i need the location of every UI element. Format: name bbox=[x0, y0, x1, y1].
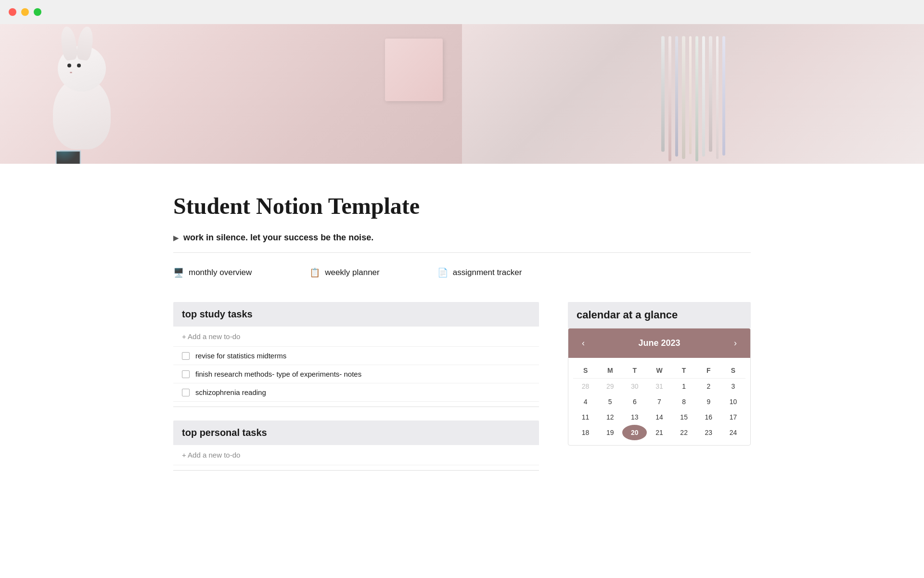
personal-tasks-header: top personal tasks bbox=[173, 420, 539, 445]
cal-day-28-prev[interactable]: 28 bbox=[573, 379, 598, 394]
cal-day-29-prev[interactable]: 29 bbox=[598, 379, 622, 394]
nav-links: 🖥️ monthly overview 📋 weekly planner 📄 a… bbox=[173, 267, 751, 278]
calendar-section-title: calendar at a glance bbox=[568, 302, 751, 328]
cal-day-30-prev[interactable]: 30 bbox=[622, 379, 647, 394]
calendar-nav-icon: 📋 bbox=[309, 267, 320, 278]
toggle-quote[interactable]: ▶ work in silence. let your success be t… bbox=[173, 233, 751, 243]
cal-day-16[interactable]: 16 bbox=[696, 409, 721, 425]
day-w: W bbox=[647, 367, 671, 374]
cal-day-1[interactable]: 1 bbox=[672, 379, 696, 394]
divider bbox=[173, 252, 751, 253]
toggle-arrow: ▶ bbox=[173, 234, 179, 242]
nav-assignment-tracker[interactable]: 📄 assignment tracker bbox=[437, 267, 580, 278]
page-title: Student Notion Template bbox=[173, 193, 751, 219]
cal-day-24[interactable]: 24 bbox=[721, 425, 745, 440]
hero-banner: 🖥️ bbox=[0, 24, 924, 164]
cal-day-20[interactable]: 20 bbox=[622, 425, 647, 440]
two-column-layout: top study tasks + Add a new to-do revise… bbox=[173, 302, 751, 484]
cal-day-31-prev[interactable]: 31 bbox=[647, 379, 671, 394]
close-dot[interactable] bbox=[9, 8, 16, 16]
calendar-month-year: June 2023 bbox=[638, 338, 680, 348]
cal-day-2[interactable]: 2 bbox=[696, 379, 721, 394]
cal-day-3[interactable]: 3 bbox=[721, 379, 745, 394]
day-t2: T bbox=[672, 367, 696, 374]
cal-day-9[interactable]: 9 bbox=[696, 394, 721, 409]
cal-day-19[interactable]: 19 bbox=[598, 425, 622, 440]
pens-decoration bbox=[661, 31, 725, 157]
cal-day-15[interactable]: 15 bbox=[672, 409, 696, 425]
cal-day-7[interactable]: 7 bbox=[647, 394, 671, 409]
study-tasks-section: top study tasks + Add a new to-do revise… bbox=[173, 302, 539, 407]
checkbox-3[interactable] bbox=[182, 389, 190, 396]
right-column: calendar at a glance ‹ June 2023 › S M T… bbox=[568, 302, 751, 484]
nav-assignment-label: assignment tracker bbox=[453, 268, 522, 277]
nav-monthly-overview[interactable]: 🖥️ monthly overview bbox=[173, 267, 309, 278]
hero-right-section bbox=[462, 24, 924, 164]
todo-label-2: finish research methods- type of experim… bbox=[195, 370, 361, 378]
main-content: Student Notion Template ▶ work in silenc… bbox=[125, 164, 799, 513]
monitor-icon: 🖥️ bbox=[52, 151, 84, 164]
calendar-prev-button[interactable]: ‹ bbox=[578, 336, 589, 350]
day-t1: T bbox=[622, 367, 647, 374]
cal-day-17[interactable]: 17 bbox=[721, 409, 745, 425]
day-s2: S bbox=[721, 367, 745, 374]
cal-day-12[interactable]: 12 bbox=[598, 409, 622, 425]
cal-day-8[interactable]: 8 bbox=[672, 394, 696, 409]
study-todo-item-3: schizophrenia reading bbox=[173, 383, 539, 402]
maximize-dot[interactable] bbox=[34, 8, 41, 16]
hero-left-section bbox=[0, 24, 462, 164]
page-icon-section: 🖥️ bbox=[52, 151, 84, 164]
day-s1: S bbox=[573, 367, 598, 374]
cal-day-21[interactable]: 21 bbox=[647, 425, 671, 440]
add-study-todo[interactable]: + Add a new to-do bbox=[173, 327, 539, 347]
calendar-next-button[interactable]: › bbox=[730, 336, 741, 350]
nav-monthly-label: monthly overview bbox=[189, 268, 252, 277]
cal-day-6[interactable]: 6 bbox=[622, 394, 647, 409]
calendar-grid: S M T W T F S 28 29 30 31 1 bbox=[568, 358, 750, 445]
nav-weekly-planner[interactable]: 📋 weekly planner bbox=[309, 267, 437, 278]
cal-day-23[interactable]: 23 bbox=[696, 425, 721, 440]
day-f: F bbox=[696, 367, 721, 374]
study-todo-item-1: revise for statistics midterms bbox=[173, 347, 539, 365]
nav-weekly-label: weekly planner bbox=[325, 268, 379, 277]
cal-day-22[interactable]: 22 bbox=[672, 425, 696, 440]
add-personal-todo[interactable]: + Add a new to-do bbox=[173, 445, 539, 465]
calendar-days-header: S M T W T F S bbox=[573, 363, 745, 379]
minimize-dot[interactable] bbox=[21, 8, 29, 16]
todo-label-3: schizophrenia reading bbox=[195, 388, 266, 396]
cal-day-13[interactable]: 13 bbox=[622, 409, 647, 425]
study-tasks-header: top study tasks bbox=[173, 302, 539, 327]
day-m: M bbox=[598, 367, 622, 374]
study-todo-item-2: finish research methods- type of experim… bbox=[173, 365, 539, 383]
window-chrome bbox=[0, 0, 924, 24]
calendar-dates-grid: 28 29 30 31 1 2 3 4 5 6 7 8 9 1 bbox=[573, 379, 745, 440]
cal-day-4[interactable]: 4 bbox=[573, 394, 598, 409]
left-column: top study tasks + Add a new to-do revise… bbox=[173, 302, 539, 484]
cal-day-14[interactable]: 14 bbox=[647, 409, 671, 425]
cal-day-11[interactable]: 11 bbox=[573, 409, 598, 425]
calendar-header: ‹ June 2023 › bbox=[568, 328, 750, 358]
cal-day-5[interactable]: 5 bbox=[598, 394, 622, 409]
cal-day-10[interactable]: 10 bbox=[721, 394, 745, 409]
cal-day-18[interactable]: 18 bbox=[573, 425, 598, 440]
personal-tasks-section: top personal tasks + Add a new to-do bbox=[173, 420, 539, 471]
calendar-widget: ‹ June 2023 › S M T W T F S bbox=[568, 328, 751, 446]
checkbox-2[interactable] bbox=[182, 370, 190, 378]
quote-text: work in silence. let your success be the… bbox=[183, 233, 373, 243]
todo-label-1: revise for statistics midterms bbox=[195, 352, 286, 360]
doc-nav-icon: 📄 bbox=[437, 267, 448, 278]
checkbox-1[interactable] bbox=[182, 352, 190, 360]
monitor-nav-icon: 🖥️ bbox=[173, 267, 184, 278]
